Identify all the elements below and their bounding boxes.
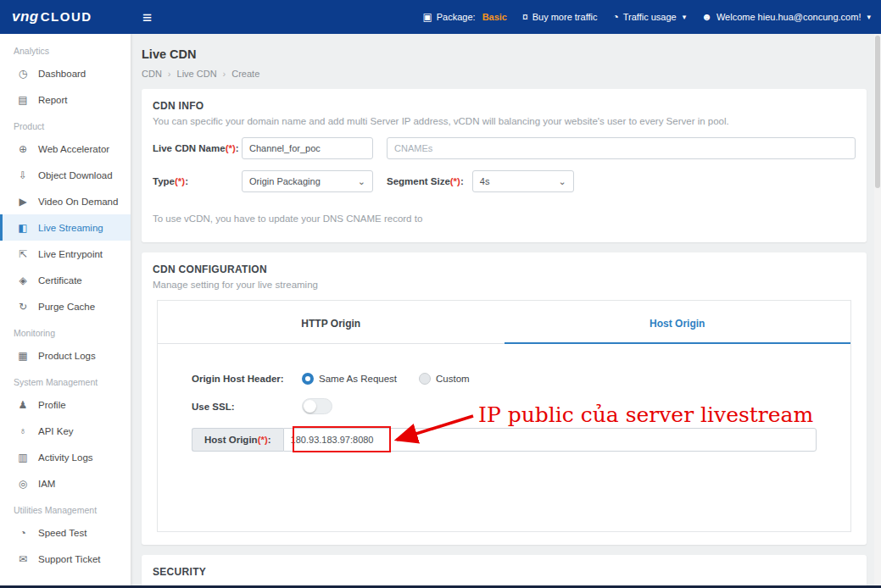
main-content: Live CDN CDN › Live CDN › Create CDN INF… [131,34,874,588]
sidebar-item-label: Live Entrypoint [38,249,103,259]
user-icon: ☻ [701,11,712,23]
breadcrumb-create: Create [231,69,259,79]
sidebar-section-system-management: System Management [0,369,131,391]
cnames-input[interactable] [387,137,856,159]
sidebar-item-label: Web Accelerator [38,144,109,154]
type-row: Type(*): Origin Packaging ⌄ Segment Size… [153,170,856,192]
cdn-info-subtitle: You can specific your domain name and ad… [153,116,856,126]
segment-size-label: Segment Size(*): [387,176,464,186]
sidebar-item-speed-test[interactable]: ◔ Speed Test [0,519,131,546]
sidebar-item-video-on-demand[interactable]: ▶ Video On Demand [0,188,131,214]
activity-logs-icon: ▥ [17,452,29,463]
logs-icon: ▦ [17,350,29,362]
scrollbar[interactable] [874,34,881,588]
sidebar-item-label: Speed Test [38,528,86,538]
package-value: Basic [482,12,507,22]
host-origin-addon-label: Host Origin(*): [192,428,283,452]
download-icon: ⇩ [17,169,29,181]
segment-size-select[interactable]: 4s ⌄ [472,170,574,192]
tab-host-origin[interactable]: Host Origin [505,301,851,344]
cdn-configuration-card: CDN CONFIGURATION Manage setting for you… [142,252,867,545]
breadcrumb: CDN › Live CDN › Create [142,69,867,79]
sidebar-item-object-download[interactable]: ⇩ Object Download [0,162,131,188]
play-icon: ▶ [17,196,29,208]
sidebar-item-label: Certificate [38,275,82,286]
live-cdn-name-input[interactable] [242,137,373,159]
breadcrumb-cdn[interactable]: CDN [142,69,162,79]
cdn-configuration-title: CDN CONFIGURATION [153,263,856,275]
entrypoint-icon: ⇱ [17,248,29,260]
globe-icon: ⊕ [17,143,29,155]
navbar-right: ▣ Package: Basic ¤ Buy more traffic ◔ Tr… [422,11,881,23]
sidebar-item-label: API Key [38,426,74,436]
host-origin-input-group: Host Origin(*): [192,428,817,452]
sidebar: Analytics ◷ Dashboard ▤ Report Product ⊕… [0,34,131,588]
package-icon: ▣ [422,11,432,23]
gauge-icon: ◔ [17,527,29,539]
buy-more-traffic-link[interactable]: ¤ Buy more traffic [522,11,598,23]
radio-selected-icon [302,373,314,385]
origin-host-header-row: Origin Host Header: Same As Request Cust… [192,373,817,385]
sidebar-item-activity-logs[interactable]: ▥ Activity Logs [0,444,131,470]
sidebar-section-utilities-management: Utilities Management [0,496,131,519]
package-label: Package: [437,12,476,22]
sidebar-item-api-key[interactable]: ♀ API Key [0,418,131,444]
host-origin-input[interactable] [283,428,817,452]
sidebar-item-label: Dashboard [38,69,86,79]
chevron-down-icon: ⌄ [358,176,365,187]
cdn-info-title: CDN INFO [153,100,856,112]
user-menu[interactable]: ☻ Welcome hieu.hua@concung.com! ▾ [701,11,871,23]
sidebar-item-label: Activity Logs [38,452,93,463]
envelope-icon: ✉ [17,553,29,565]
required-mark: (*) [175,176,185,186]
cdn-configuration-subtitle: Manage setting for your live streaming [153,280,856,290]
origin-settings-panel: HTTP Origin Host Origin Origin Host Head… [157,300,851,532]
security-title: SECURITY [153,566,856,578]
traffic-usage-icon: ◔ [613,11,619,23]
radio-custom[interactable]: Custom [419,373,470,385]
sidebar-item-label: Live Streaming [38,223,103,233]
breadcrumb-separator-icon: › [223,69,226,79]
radio-same-as-request[interactable]: Same As Request [302,373,397,385]
sidebar-item-support-ticket[interactable]: ✉ Support Ticket [0,546,131,572]
sidebar-item-live-streaming[interactable]: ◧ Live Streaming [0,214,131,241]
traffic-usage-menu[interactable]: ◔ Traffic usage ▾ [613,11,687,23]
sidebar-item-profile[interactable]: ♟ Profile [0,391,131,418]
radio-same-as-request-label: Same As Request [319,374,397,384]
hamburger-menu-icon[interactable]: ≡ [142,9,152,25]
type-select-value: Origin Packaging [249,176,321,186]
person-icon: ♟ [17,399,29,411]
tab-http-origin[interactable]: HTTP Origin [158,301,505,343]
sidebar-item-certificate[interactable]: ◈ Certificate [0,267,131,293]
package-info[interactable]: ▣ Package: Basic [422,11,507,23]
origin-tabs: HTTP Origin Host Origin [158,301,850,344]
traffic-usage-label: Traffic usage [623,12,677,22]
host-origin-row: Host Origin(*): [192,428,817,452]
logo-cloud-text: CLOUD [41,9,92,24]
sidebar-item-dashboard[interactable]: ◷ Dashboard [0,60,131,86]
vng-cloud-logo[interactable]: vng CLOUD [0,8,131,25]
type-select[interactable]: Origin Packaging ⌄ [242,170,373,192]
sidebar-item-live-entrypoint[interactable]: ⇱ Live Entrypoint [0,241,131,267]
required-mark: (*) [450,176,460,186]
buy-more-traffic-label: Buy more traffic [533,12,598,22]
cdn-info-card: CDN INFO You can specific your domain na… [142,89,867,242]
sidebar-item-product-logs[interactable]: ▦ Product Logs [0,342,131,369]
live-cdn-name-label: Live CDN Name(*): [153,143,242,153]
radio-unselected-icon [419,373,431,385]
breadcrumb-live-cdn[interactable]: Live CDN [177,69,217,79]
use-ssl-toggle[interactable] [302,398,332,414]
sidebar-item-label: Profile [38,400,66,410]
radio-custom-label: Custom [436,374,470,384]
sidebar-item-purge-cache[interactable]: ↻ Purge Cache [0,293,131,319]
page-title: Live CDN [142,47,867,61]
annotation-arrow [383,408,482,450]
sidebar-item-web-accelerator[interactable]: ⊕ Web Accelerator [0,136,131,162]
certificate-icon: ◈ [17,275,29,286]
required-mark: (*) [226,143,236,153]
sidebar-item-report[interactable]: ▤ Report [0,86,131,113]
sidebar-item-iam[interactable]: ◎ IAM [0,470,131,496]
sidebar-section-monitoring: Monitoring [0,319,131,342]
scrollbar-thumb[interactable] [875,36,880,188]
video-camera-icon: ◧ [17,222,29,234]
